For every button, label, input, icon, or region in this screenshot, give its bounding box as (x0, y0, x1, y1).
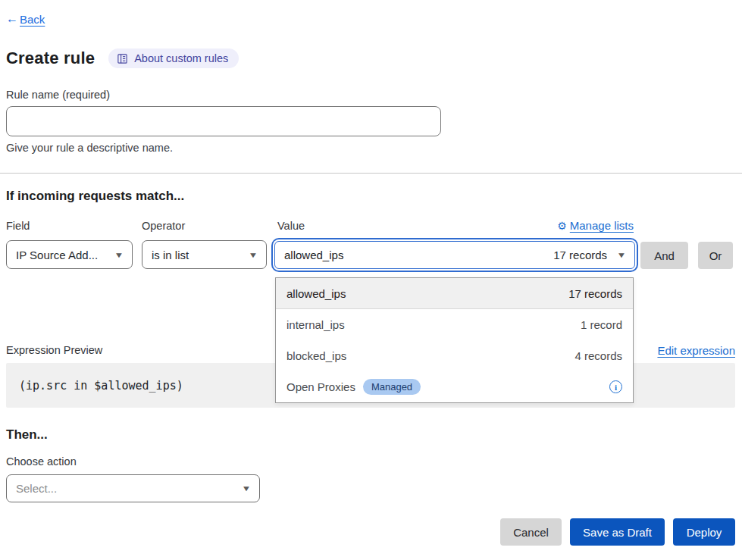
chevron-down-icon: ▼ (249, 251, 258, 259)
manage-lists-link[interactable]: ⚙ Manage lists (553, 219, 634, 232)
field-label: Field (6, 220, 30, 232)
list-name: allowed_ips (286, 287, 346, 300)
back-link[interactable]: ← Back (6, 12, 45, 26)
field-select[interactable]: IP Source Add... ▼ (6, 240, 133, 269)
dropdown-item-allowed-ips[interactable]: allowed_ips 17 records (276, 278, 633, 309)
save-as-draft-button[interactable]: Save as Draft (570, 518, 665, 546)
action-select-placeholder: Select... (16, 482, 57, 495)
info-icon[interactable]: i (609, 380, 622, 393)
about-custom-rules-link[interactable]: About custom rules (108, 48, 239, 68)
value-select-records: 17 records (553, 249, 607, 261)
back-link-label: Back (20, 13, 45, 26)
list-record-count: 17 records (568, 287, 622, 300)
value-label: Value (277, 220, 305, 232)
operator-select[interactable]: is in list ▼ (142, 240, 267, 269)
value-dropdown-menu: allowed_ips 17 records internal_ips 1 re… (275, 277, 634, 403)
operator-label: Operator (142, 220, 185, 232)
managed-badge: Managed (363, 379, 421, 395)
cancel-button[interactable]: Cancel (500, 518, 562, 546)
list-record-count: 4 records (575, 349, 622, 362)
create-rule-page: ← Back Create rule About custom rules Ru… (0, 0, 742, 560)
list-record-count: 1 record (581, 318, 622, 331)
expression-code: (ip.src in $allowed_ips) (19, 379, 183, 393)
list-name: Open Proxies (286, 380, 355, 393)
page-title: Create rule (6, 48, 95, 68)
rule-name-helper-text: Give your rule a descriptive name. (6, 142, 173, 154)
field-select-value: IP Source Add... (16, 249, 98, 261)
action-select[interactable]: Select... ▼ (6, 474, 260, 502)
and-button[interactable]: And (640, 242, 688, 269)
dropdown-item-blocked-ips[interactable]: blocked_ips 4 records (276, 340, 633, 371)
then-section-heading: Then... (6, 427, 48, 443)
chevron-down-icon: ▼ (617, 251, 627, 259)
manage-lists-label: Manage lists (570, 219, 634, 232)
rule-name-input[interactable] (6, 106, 441, 136)
dropdown-item-open-proxies[interactable]: Open Proxies Managed i (276, 371, 633, 402)
edit-expression-link[interactable]: Edit expression (657, 344, 735, 357)
dropdown-item-internal-ips[interactable]: internal_ips 1 record (276, 309, 633, 340)
title-row: Create rule About custom rules (6, 48, 239, 68)
value-select[interactable]: allowed_ips 17 records ▼ (274, 241, 635, 269)
chevron-down-icon: ▼ (114, 251, 124, 259)
list-name: blocked_ips (286, 349, 346, 362)
expression-preview-label: Expression Preview (6, 344, 102, 356)
back-arrow-icon: ← (6, 12, 18, 26)
choose-action-label: Choose action (6, 455, 77, 468)
deploy-button[interactable]: Deploy (673, 518, 735, 546)
operator-select-value: is in list (152, 249, 189, 261)
list-name: internal_ips (286, 318, 345, 331)
section-divider (0, 173, 742, 174)
match-section-heading: If incoming requests match... (6, 189, 184, 204)
gear-icon: ⚙ (557, 220, 567, 232)
or-button[interactable]: Or (698, 242, 733, 269)
value-select-value: allowed_ips (284, 249, 343, 261)
book-icon (117, 53, 128, 64)
rule-name-label: Rule name (required) (6, 89, 110, 101)
chevron-down-icon: ▼ (242, 484, 252, 493)
about-badge-label: About custom rules (134, 52, 228, 64)
